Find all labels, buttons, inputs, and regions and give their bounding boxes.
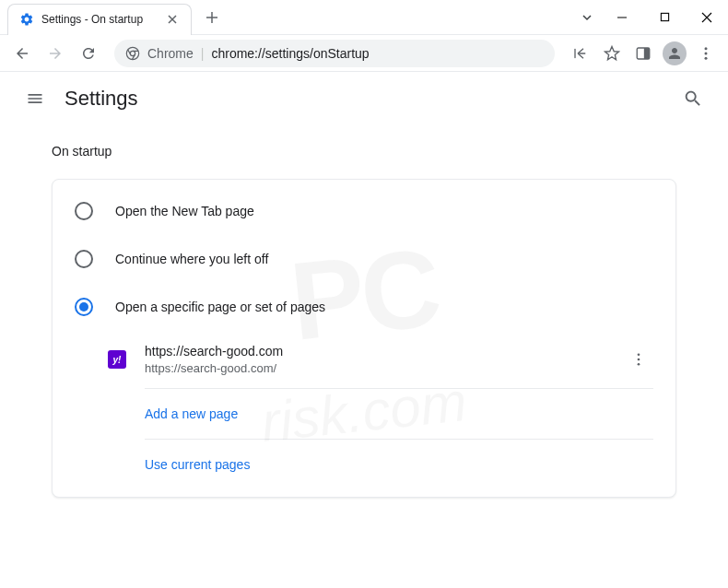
profile-button[interactable] (660, 39, 689, 68)
address-bar[interactable]: Chrome | chrome://settings/onStartup (114, 40, 555, 67)
yahoo-favicon-icon: y! (108, 350, 126, 369)
svg-rect-0 (661, 13, 668, 20)
gear-icon (19, 12, 34, 27)
svg-point-8 (705, 56, 708, 59)
option-label: Open the New Tab page (115, 204, 254, 218)
url-text: Chrome | chrome://settings/onStartup (147, 46, 370, 61)
add-page-link[interactable]: Add a new page (145, 406, 238, 421)
tab-title: Settings - On startup (41, 13, 158, 26)
share-icon[interactable] (566, 39, 595, 68)
minimize-button[interactable] (601, 3, 643, 32)
tab-search-icon[interactable] (581, 11, 593, 24)
svg-point-6 (705, 47, 708, 50)
radio-icon (75, 202, 93, 220)
svg-point-9 (638, 353, 640, 356)
option-new-tab[interactable]: Open the New Tab page (53, 187, 675, 235)
close-tab-icon[interactable] (165, 12, 180, 27)
browser-tab[interactable]: Settings - On startup (7, 4, 192, 35)
option-label: Open a specific page or set of pages (115, 300, 325, 314)
hamburger-menu-icon[interactable] (17, 80, 53, 117)
section-title: On startup (52, 144, 676, 159)
page-info: https://search-good.com https://search-g… (145, 342, 624, 377)
chrome-icon (125, 46, 140, 61)
window-controls (581, 0, 728, 34)
svg-point-7 (705, 52, 708, 54)
menu-button[interactable] (691, 39, 721, 68)
back-button[interactable] (7, 39, 37, 68)
option-specific-pages[interactable]: Open a specific page or set of pages (53, 283, 675, 331)
bookmark-icon[interactable] (597, 39, 627, 68)
radio-icon (75, 250, 93, 268)
use-current-pages-link[interactable]: Use current pages (145, 457, 250, 472)
side-panel-icon[interactable] (628, 39, 658, 68)
option-label: Continue where you left off (115, 252, 268, 266)
settings-content: On startup Open the New Tab page Continu… (0, 125, 728, 516)
page-entry-url: https://search-good.com/ (145, 360, 624, 377)
svg-rect-5 (645, 48, 650, 59)
more-actions-icon[interactable] (624, 345, 653, 374)
svg-point-10 (638, 359, 640, 361)
option-continue[interactable]: Continue where you left off (53, 235, 675, 283)
close-window-button[interactable] (686, 3, 728, 32)
forward-button (41, 39, 70, 68)
page-title: Settings (65, 87, 138, 111)
page-entry-title: https://search-good.com (145, 342, 624, 360)
new-tab-button[interactable] (199, 5, 225, 30)
startup-page-entry: y! https://search-good.com https://searc… (53, 331, 675, 388)
svg-point-11 (638, 363, 640, 366)
reload-button[interactable] (74, 39, 103, 68)
avatar-icon (663, 41, 687, 65)
search-icon[interactable] (675, 80, 711, 117)
radio-icon-selected (75, 298, 93, 316)
maximize-button[interactable] (643, 3, 686, 32)
browser-toolbar: Chrome | chrome://settings/onStartup (0, 35, 728, 72)
startup-options-card: Open the New Tab page Continue where you… (52, 179, 676, 498)
settings-header: Settings (0, 72, 728, 125)
window-titlebar: Settings - On startup (0, 0, 728, 35)
